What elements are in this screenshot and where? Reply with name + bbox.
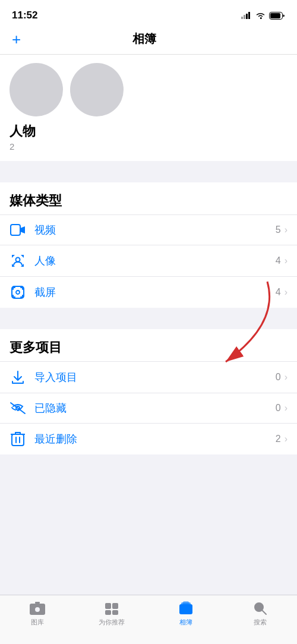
more-item-hidden-count: 0 (276, 403, 281, 413)
svg-rect-22 (183, 601, 189, 611)
status-icons (241, 12, 285, 20)
add-button[interactable]: + (12, 31, 21, 47)
people-thumbnails (10, 63, 287, 116)
more-item-import-count: 0 (276, 372, 281, 383)
chevron-icon-3: › (285, 287, 287, 298)
tab-albums-label: 相簿 (179, 618, 192, 627)
page-title: 相簿 (132, 31, 156, 47)
tab-albums[interactable]: 相簿 (148, 601, 223, 627)
nav-bar: + 相簿 (0, 26, 297, 55)
person-thumb-2[interactable] (70, 63, 124, 116)
media-section: 媒体类型 视频 5 › (0, 182, 297, 308)
chevron-icon-4: › (285, 372, 287, 383)
svg-point-15 (35, 607, 40, 612)
screenshot-icon (10, 285, 26, 300)
media-item-video-label: 视频 (34, 223, 276, 237)
chevron-icon-5: › (285, 403, 287, 413)
chevron-icon-2: › (285, 255, 287, 266)
tab-albums-icon (178, 601, 194, 615)
svg-rect-11 (12, 434, 24, 446)
deleted-icon (10, 431, 26, 447)
more-item-deleted-count: 2 (276, 434, 281, 444)
svg-rect-1 (244, 15, 245, 19)
tab-library-icon (29, 601, 46, 615)
media-item-portrait-count: 4 (276, 255, 281, 266)
svg-rect-2 (246, 14, 248, 19)
tab-foryou-icon (103, 601, 120, 615)
svg-rect-0 (241, 17, 243, 19)
svg-rect-14 (35, 602, 40, 604)
svg-rect-16 (105, 603, 111, 609)
chevron-icon: › (285, 225, 287, 235)
people-label: 人物 (10, 122, 287, 140)
portrait-icon (10, 253, 26, 269)
media-item-portrait[interactable]: 人像 4 › (0, 245, 297, 276)
svg-rect-17 (112, 603, 118, 609)
people-count: 2 (10, 141, 287, 151)
hidden-icon (10, 402, 26, 415)
svg-point-9 (16, 291, 20, 294)
more-section-header: 更多项目 (0, 329, 297, 361)
wifi-icon (255, 12, 266, 19)
svg-rect-19 (112, 610, 118, 615)
more-item-hidden[interactable]: 已隐藏 0 › (0, 393, 297, 423)
tab-bar: 图库 为你推荐 相簿 (0, 595, 297, 644)
more-item-import-label: 导入项目 (34, 370, 276, 384)
person-thumb-1[interactable] (10, 63, 63, 116)
more-item-import[interactable]: 导入项目 0 › (0, 361, 297, 393)
tab-foryou[interactable]: 为你推荐 (74, 601, 148, 627)
status-bar: 11:52 (0, 0, 297, 26)
battery-icon (269, 12, 285, 20)
people-section: 人物 2 (0, 55, 297, 161)
more-item-hidden-label: 已隐藏 (34, 401, 276, 415)
media-section-header: 媒体类型 (0, 182, 297, 214)
media-item-screenshot-count: 4 (276, 287, 281, 298)
video-icon (10, 224, 26, 236)
scroll-content: 人物 2 媒体类型 视频 5 › (0, 55, 297, 535)
tab-search-label: 搜索 (254, 618, 267, 627)
tab-library[interactable]: 图库 (0, 601, 74, 627)
tab-search[interactable]: 搜索 (223, 601, 297, 627)
media-item-screenshot[interactable]: 截屏 4 › (0, 276, 297, 308)
svg-rect-18 (105, 610, 111, 615)
tab-library-label: 图库 (31, 618, 44, 627)
svg-rect-3 (248, 12, 250, 19)
more-section: 更多项目 导入项目 0 › (0, 329, 297, 454)
svg-point-7 (16, 258, 20, 262)
media-item-screenshot-label: 截屏 (34, 285, 276, 299)
tab-foryou-label: 为你推荐 (99, 618, 125, 627)
media-item-portrait-label: 人像 (34, 254, 276, 268)
chevron-icon-6: › (285, 434, 287, 444)
import-icon (10, 370, 26, 385)
more-item-deleted[interactable]: 最近删除 2 › (0, 423, 297, 454)
status-time: 11:52 (12, 10, 37, 21)
media-item-video[interactable]: 视频 5 › (0, 214, 297, 245)
media-item-video-count: 5 (276, 225, 281, 235)
more-item-deleted-label: 最近删除 (34, 432, 276, 446)
tab-search-icon (252, 601, 268, 615)
svg-rect-6 (11, 225, 20, 235)
signal-icon (241, 12, 252, 19)
svg-rect-5 (270, 13, 280, 18)
